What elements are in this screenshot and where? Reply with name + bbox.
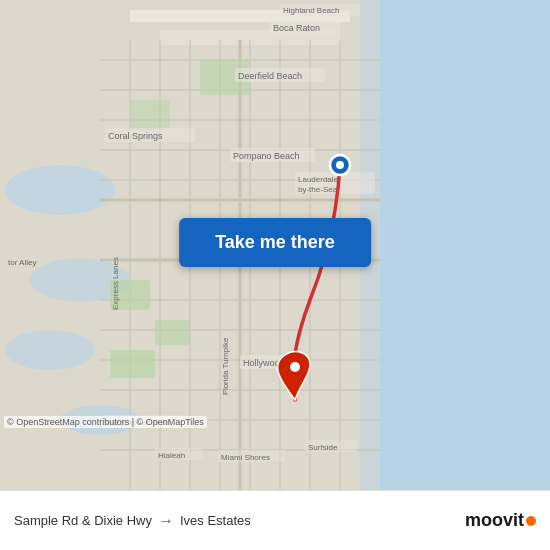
- svg-text:Boca Raton: Boca Raton: [273, 23, 320, 33]
- svg-text:tor Alley: tor Alley: [8, 258, 36, 267]
- svg-text:Hialeah: Hialeah: [158, 451, 185, 460]
- svg-text:Florida Turnpike: Florida Turnpike: [221, 337, 230, 395]
- svg-text:Lauderdale-: Lauderdale-: [298, 175, 341, 184]
- svg-text:Miami Shores: Miami Shores: [221, 453, 270, 462]
- moovit-logo: moovit: [465, 510, 536, 531]
- svg-rect-35: [130, 100, 170, 130]
- svg-text:Express Lanes: Express Lanes: [111, 257, 120, 310]
- map-container: Coral Springs Pompano Beach Boca Raton D…: [0, 0, 550, 490]
- svg-text:Highland Beach: Highland Beach: [283, 6, 339, 15]
- svg-point-64: [290, 362, 300, 372]
- svg-point-3: [5, 165, 115, 215]
- map-attribution: © OpenStreetMap contributors | © OpenMap…: [4, 416, 207, 428]
- svg-text:by-the-Sea: by-the-Sea: [298, 185, 338, 194]
- svg-marker-2: [360, 0, 550, 490]
- svg-text:Coral Springs: Coral Springs: [108, 131, 163, 141]
- svg-text:Deerfield Beach: Deerfield Beach: [238, 71, 302, 81]
- svg-rect-33: [110, 350, 155, 378]
- svg-text:Surfside: Surfside: [308, 443, 338, 452]
- svg-rect-32: [155, 320, 190, 345]
- origin-label: Sample Rd & Dixie Hwy: [14, 513, 152, 528]
- svg-point-5: [5, 330, 95, 370]
- take-me-there-button[interactable]: Take me there: [179, 218, 371, 267]
- bottom-bar: Sample Rd & Dixie Hwy → Ives Estates moo…: [0, 490, 550, 550]
- moovit-dot: [526, 516, 536, 526]
- svg-point-63: [336, 161, 344, 169]
- route-info: Sample Rd & Dixie Hwy → Ives Estates: [14, 512, 465, 530]
- moovit-brand-text: moovit: [465, 510, 536, 531]
- destination-label: Ives Estates: [180, 513, 251, 528]
- arrow-icon: →: [158, 512, 174, 530]
- svg-text:Pompano Beach: Pompano Beach: [233, 151, 300, 161]
